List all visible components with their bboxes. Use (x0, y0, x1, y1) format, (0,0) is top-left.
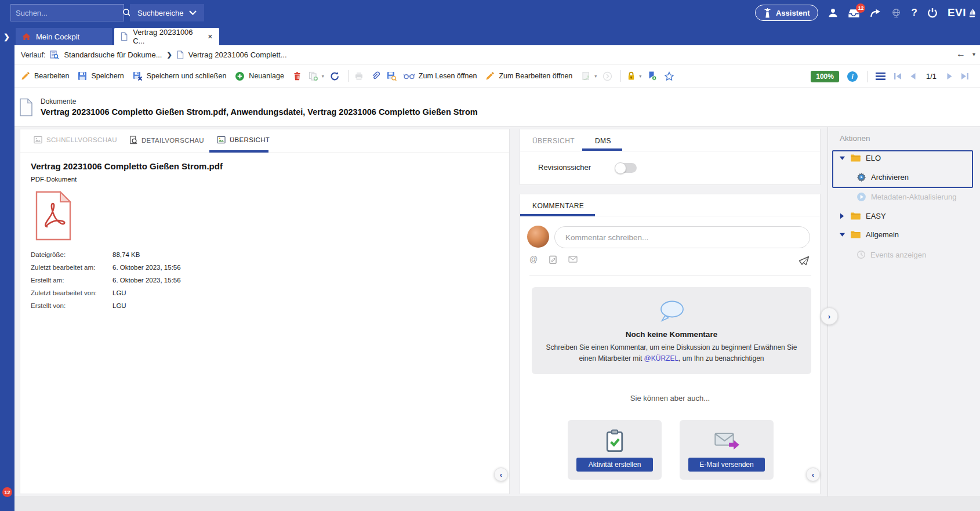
breadcrumb-item-document[interactable]: Vertrag 20231006 Complett... (188, 50, 287, 59)
zum-lesen-oeffnen-button[interactable]: Zum Lesen öffnen (404, 72, 477, 80)
tree-item-label: Allgemein (866, 230, 899, 239)
send-comment-icon[interactable] (798, 256, 810, 266)
document-header: Dokumente Vertrag 20231006 Completto Gie… (14, 87, 980, 126)
attachment-paperclip-icon[interactable] (371, 71, 380, 81)
sidebar-expand-chevron-icon[interactable]: ❯ (3, 32, 10, 41)
save-search-icon[interactable] (387, 71, 397, 81)
tab-kommentare[interactable]: KOMMENTARE (532, 202, 584, 210)
user-icon[interactable] (828, 8, 838, 17)
print-icon (354, 71, 364, 81)
favorite-star-icon[interactable] (664, 71, 674, 81)
lock-dropdown-icon[interactable]: ▾ (639, 74, 641, 79)
mention-icon[interactable]: @ (529, 255, 538, 264)
tab-mein-cockpit[interactable]: Mein Cockpit (16, 28, 112, 45)
inbox-icon[interactable]: 12 (848, 8, 860, 18)
topbar-actions: Assistent 12 ? EVI (755, 0, 977, 26)
search-scope-button[interactable]: Suchbereiche (130, 4, 204, 21)
search-scope-label: Suchbereiche (137, 9, 184, 17)
toggle-knob (615, 162, 626, 174)
tree-item-archivieren[interactable]: Archivieren (856, 172, 909, 182)
tab-uebersicht-label: ÜBERSICHT (230, 136, 270, 143)
refresh-icon[interactable] (330, 71, 340, 81)
search-box (10, 4, 124, 21)
help-icon[interactable]: ? (911, 7, 917, 19)
neuanlage-button[interactable]: Neuanlage (235, 71, 284, 81)
tree-item-label: Metadaten-Aktualisierung (871, 193, 956, 201)
note-icon[interactable] (549, 255, 557, 264)
save-icon (78, 71, 87, 81)
pencil-icon (485, 71, 495, 81)
history-dropdown-icon[interactable]: ▾ (972, 51, 975, 57)
first-page-icon[interactable] (894, 73, 902, 80)
bearbeiten-label: Bearbeiten (34, 72, 69, 80)
assistant-label: Assistent (776, 9, 810, 17)
empty-state-text: Schreiben Sie einen Kommentar, um eine D… (544, 342, 799, 364)
tree-item-elo[interactable]: ELO (839, 154, 881, 162)
tree-item-easy[interactable]: EASY (839, 212, 886, 220)
previous-page-icon[interactable] (910, 73, 916, 80)
bookmark-add-icon[interactable] (647, 71, 657, 81)
breadcrumb-separator-icon: ❯ (166, 51, 172, 59)
speichern-label: Speichern (91, 72, 124, 80)
collapse-comments-panel-button[interactable]: ‹ (806, 467, 820, 481)
expand-actions-panel-button[interactable]: › (821, 307, 838, 325)
comment-input[interactable] (554, 226, 810, 248)
history-back-icon[interactable]: ← (956, 49, 966, 59)
pencil-icon (21, 71, 30, 81)
clipboard-check-icon (605, 429, 625, 453)
lock-icon[interactable] (627, 71, 636, 81)
document-title: Vertrag 20231006 Completto Gießen Strom.… (41, 107, 478, 117)
tab-detailvorschau[interactable]: DETAILVORSCHAU (129, 136, 204, 144)
home-icon (22, 32, 31, 41)
zum-bearbeiten-oeffnen-button[interactable]: Zum Bearbeiten öffnen (485, 71, 572, 81)
search-input[interactable] (11, 9, 122, 17)
email-card: E-Mail versenden (680, 420, 774, 480)
tree-item-allgemein[interactable]: Allgemein (839, 230, 899, 239)
bearbeiten-button[interactable]: Bearbeiten (21, 71, 69, 81)
speichern-und-schliessen-button[interactable]: Speichern und schließen (133, 71, 227, 81)
breadcrumb-item-search[interactable]: Standardsuche für Dokume... (64, 50, 162, 59)
tab-dms-uebersicht[interactable]: ÜBERSICHT (532, 137, 575, 145)
user-avatar[interactable] (527, 226, 549, 248)
collapse-preview-panel-button[interactable]: ‹ (494, 467, 508, 481)
globe-icon (891, 8, 901, 18)
page-flip-icon (581, 71, 591, 81)
share-redo-icon[interactable] (870, 9, 881, 17)
delete-trash-icon[interactable] (293, 71, 302, 81)
assistant-button[interactable]: Assistent (755, 5, 819, 21)
meta-label: Erstellt von: (31, 302, 112, 309)
info-icon[interactable]: i (847, 71, 858, 82)
page-flip-dropdown-icon[interactable]: ▾ (594, 74, 597, 79)
aktivitaet-erstellen-button[interactable]: Aktivität erstellen (576, 458, 653, 472)
collapse-triangle-icon[interactable] (839, 155, 845, 161)
inbox-badge: 12 (856, 3, 865, 13)
meta-value: 6. Oktober 2023, 15:56 (112, 264, 181, 271)
expand-triangle-icon[interactable] (839, 213, 845, 219)
last-page-icon[interactable] (961, 73, 969, 80)
active-tab-underline (582, 148, 622, 151)
tree-item-label: EASY (866, 212, 886, 220)
speichern-button[interactable]: Speichern (78, 71, 124, 81)
preview-panel: SCHNELLVORSCHAU DETAILVORSCHAU ÜBERSICHT… (20, 129, 510, 494)
tab-document-active[interactable]: Vertrag 20231006 C... ✕ (114, 28, 219, 45)
email-versenden-button[interactable]: E-Mail versenden (688, 458, 765, 472)
meta-value: LGU (112, 289, 126, 296)
revisionssicher-toggle[interactable] (615, 163, 637, 173)
sidebar-notification-badge[interactable]: 12 (2, 487, 12, 497)
tree-item-label: ELO (866, 154, 881, 162)
next-page-icon[interactable] (947, 73, 953, 80)
tab-schnellvorschau[interactable]: SCHNELLVORSCHAU (34, 136, 117, 144)
mention-link[interactable]: @KÜRZEL (644, 354, 679, 363)
email-icon[interactable] (568, 256, 578, 263)
collapse-triangle-icon[interactable] (839, 232, 845, 237)
copy-dropdown-icon[interactable]: ▾ (322, 74, 324, 79)
tab-close-icon[interactable]: ✕ (208, 33, 213, 41)
tab-uebersicht-active[interactable]: ÜBERSICHT (217, 136, 270, 144)
meta-label: Zuletzt bearbeitet von: (31, 289, 112, 296)
neuanlage-label: Neuanlage (249, 72, 284, 80)
tab-dms-active[interactable]: DMS (595, 137, 611, 145)
logout-power-icon[interactable] (927, 8, 938, 18)
menu-hamburger-icon[interactable] (876, 73, 885, 80)
page-indicator: 1/1 (926, 72, 937, 81)
content-area: SCHNELLVORSCHAU DETAILVORSCHAU ÜBERSICHT… (14, 126, 980, 496)
